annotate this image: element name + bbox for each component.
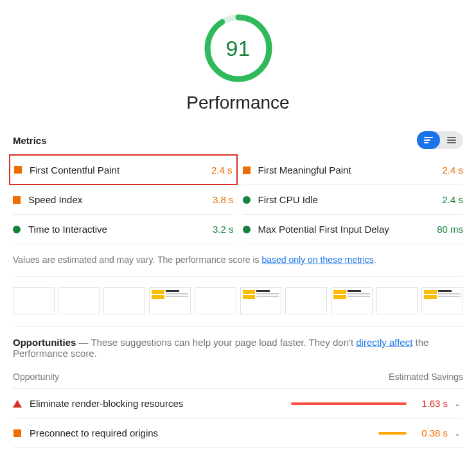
status-icon: [243, 196, 251, 204]
metric-label: First CPU Idle: [258, 194, 443, 205]
metric-value: 2.4 s: [442, 194, 463, 205]
metric-value: 80 ms: [437, 224, 463, 235]
filmstrip-frame: [149, 287, 191, 314]
opportunity-row[interactable]: Preconnect to required origins 0.38 s ⌄: [13, 419, 463, 448]
metric-label: Max Potential First Input Delay: [258, 224, 437, 235]
metric-value: 3.2 s: [213, 224, 234, 235]
filmstrip-frame: [103, 287, 145, 314]
filmstrip-frame: [13, 287, 55, 314]
filmstrip-frame: [331, 287, 373, 314]
opp-col-right: Estimated Savings: [389, 372, 463, 382]
opportunities-text: — These suggestions can help your page l…: [76, 337, 356, 348]
status-icon: [13, 226, 21, 233]
filmstrip-frame: [195, 287, 236, 314]
view-toggle-compact[interactable]: [417, 131, 440, 149]
opportunities-intro: Opportunities — These suggestions can he…: [13, 327, 463, 363]
metrics-heading: Metrics: [13, 135, 47, 146]
opportunity-label: Eliminate render-blocking resources: [30, 398, 278, 409]
opportunities-header: Opportunity Estimated Savings: [13, 363, 463, 389]
opp-col-left: Opportunity: [13, 372, 59, 382]
opportunity-value: 0.38 s: [413, 428, 448, 438]
score-gauge: 91: [203, 13, 274, 84]
metric-row-speed-index[interactable]: Speed Index 3.8 s: [13, 185, 234, 215]
opportunity-value: 1.63 s: [413, 398, 448, 409]
metric-label: First Meaningful Paint: [258, 165, 443, 176]
view-toggle-expanded[interactable]: [440, 131, 463, 149]
metric-label: Time to Interactive: [28, 224, 213, 235]
score-title: Performance: [186, 93, 289, 113]
status-icon: [243, 166, 251, 174]
metric-value: 2.4 s: [211, 165, 233, 176]
bars-icon: [424, 137, 433, 143]
metric-value: 2.4 s: [442, 165, 463, 176]
filmstrip-frame: [58, 287, 100, 314]
note-link[interactable]: based only on these metrics: [262, 255, 374, 265]
filmstrip: [13, 277, 463, 327]
filmstrip-frame: [240, 287, 282, 314]
savings-bar: [278, 432, 407, 435]
score-section: 91 Performance: [13, 13, 463, 113]
metric-label: Speed Index: [28, 194, 213, 205]
filmstrip-frame: [285, 287, 327, 314]
warning-square-icon: [13, 429, 22, 437]
chevron-down-icon[interactable]: ⌄: [452, 399, 463, 408]
metric-row-tti[interactable]: Time to Interactive 3.2 s: [13, 215, 234, 244]
metric-row-fcp[interactable]: First Contentful Paint 2.4 s: [9, 154, 238, 185]
note-text: Values are estimated and may vary. The p…: [13, 255, 262, 265]
metric-row-fid[interactable]: Max Potential First Input Delay 80 ms: [243, 215, 464, 244]
status-icon: [13, 196, 21, 204]
chevron-down-icon[interactable]: ⌄: [452, 429, 463, 438]
filmstrip-frame: [376, 287, 418, 314]
opportunities-label: Opportunities: [13, 337, 76, 348]
bars-icon: [447, 137, 456, 143]
metric-value: 3.8 s: [213, 194, 234, 205]
opportunity-row[interactable]: Eliminate render-blocking resources 1.63…: [13, 389, 463, 419]
view-toggle: [417, 131, 463, 149]
metric-row-cpu-idle[interactable]: First CPU Idle 2.4 s: [243, 185, 464, 215]
score-value: 91: [203, 13, 274, 84]
note-suffix: .: [374, 255, 376, 265]
metrics-grid: First Contentful Paint 2.4 s First Meani…: [13, 156, 463, 244]
status-icon: [243, 226, 251, 233]
opportunity-label: Preconnect to required origins: [30, 428, 278, 438]
filmstrip-frame: [421, 287, 463, 314]
metric-row-fmp[interactable]: First Meaningful Paint 2.4 s: [243, 156, 464, 185]
metric-label: First Contentful Paint: [30, 165, 211, 176]
warning-triangle-icon: [13, 400, 22, 408]
status-icon: [14, 166, 22, 174]
opportunities-link[interactable]: directly affect: [356, 337, 412, 348]
metrics-note: Values are estimated and may vary. The p…: [13, 244, 463, 277]
savings-bar: [278, 402, 407, 405]
